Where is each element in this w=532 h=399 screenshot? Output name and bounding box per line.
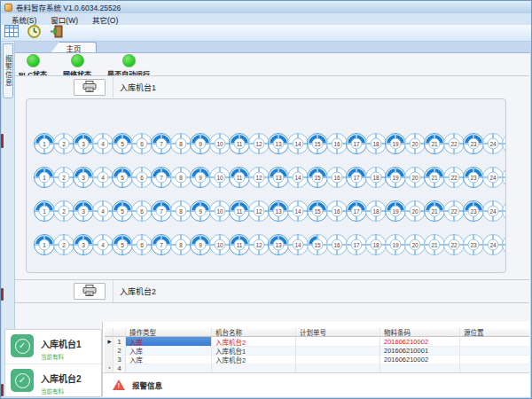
storage-slot: 21 bbox=[424, 200, 445, 222]
table-cell[interactable]: 入库 bbox=[126, 337, 212, 346]
slot-number: 23 bbox=[468, 206, 480, 217]
slot-number: 2 bbox=[59, 138, 70, 150]
table-cell[interactable] bbox=[460, 364, 529, 372]
slot-number: 6 bbox=[137, 172, 148, 184]
storage-slot: 23 bbox=[463, 234, 484, 255]
table-row[interactable]: ▶1入库入库机台2201606210002 bbox=[105, 337, 529, 346]
alarm-label: 报警信息 bbox=[132, 379, 162, 390]
slot-number: 18 bbox=[371, 239, 382, 251]
slot-number: 20 bbox=[410, 138, 421, 150]
title-bar: 卷料暂存系统 V1.0.6034.25526 bbox=[1, 1, 531, 13]
clock-button[interactable] bbox=[25, 26, 43, 41]
table-cell[interactable] bbox=[460, 346, 529, 355]
storage-slot: 22 bbox=[443, 234, 465, 255]
storage-slot: 6 bbox=[131, 167, 153, 188]
column-header: 物料条码 bbox=[380, 328, 460, 337]
storage-slot: 11 bbox=[229, 133, 250, 154]
slot-number: 9 bbox=[195, 239, 207, 251]
station-cards: ✓入库机台1当前有料✓入库机台2当前有料 bbox=[4, 329, 102, 397]
slot-number: 15 bbox=[312, 239, 324, 251]
slot-number: 3 bbox=[78, 239, 90, 251]
slot-number: 23 bbox=[468, 172, 480, 184]
table-cell[interactable] bbox=[296, 355, 380, 364]
table-cell[interactable] bbox=[296, 364, 380, 372]
slot-number: 21 bbox=[429, 172, 441, 184]
table-cell[interactable] bbox=[126, 364, 212, 372]
storage-slot: 19 bbox=[385, 234, 406, 255]
slot-number: 4 bbox=[98, 206, 109, 217]
table-cell[interactable]: 入库机台2 bbox=[212, 337, 296, 346]
table-cell[interactable]: 201606210001 bbox=[380, 346, 460, 355]
table-cell[interactable] bbox=[296, 346, 380, 355]
schedule-grid-button[interactable] bbox=[3, 26, 20, 41]
slot-number: 5 bbox=[117, 138, 129, 150]
divider bbox=[113, 280, 113, 302]
slot-number: 20 bbox=[410, 206, 421, 217]
storage-slot: 1 bbox=[34, 200, 55, 222]
slot-number: 12 bbox=[254, 138, 265, 150]
table-cell[interactable]: 入库机台2 bbox=[212, 355, 296, 364]
storage-slot: 18 bbox=[365, 133, 387, 154]
storage-slot: 3 bbox=[73, 167, 94, 188]
slot-number: 19 bbox=[390, 172, 402, 184]
menu-item[interactable]: 其它(O) bbox=[85, 14, 125, 25]
table-body: ▶1入库入库机台22016062100022入库入库机台120160621000… bbox=[105, 337, 529, 372]
storage-slot: 2 bbox=[53, 133, 74, 154]
table-cell[interactable]: 入库机台1 bbox=[212, 346, 296, 355]
slot-number: 8 bbox=[176, 172, 187, 184]
menu-item[interactable]: 系统(S) bbox=[4, 14, 43, 25]
slot-number: 4 bbox=[98, 239, 109, 251]
printer-icon bbox=[82, 80, 97, 96]
storage-slot: 8 bbox=[170, 167, 192, 188]
table-row[interactable]: 2入库入库机台1201606210001 bbox=[105, 346, 529, 355]
slot-number: 5 bbox=[117, 206, 129, 217]
slot-number: 13 bbox=[273, 172, 285, 184]
slot-spoke bbox=[503, 176, 506, 178]
slot-number: 19 bbox=[390, 239, 402, 251]
storage-slot: 4 bbox=[92, 167, 113, 188]
column-header: 机台名称 bbox=[212, 328, 296, 337]
table-cell[interactable] bbox=[296, 337, 380, 346]
machine1-print-button[interactable] bbox=[74, 79, 106, 96]
storage-slot: 22 bbox=[443, 167, 465, 188]
storage-slot: 18 bbox=[365, 200, 387, 222]
slot-number: 2 bbox=[59, 172, 70, 184]
storage-slot: 1 bbox=[34, 167, 55, 188]
clock-icon bbox=[27, 25, 41, 42]
storage-slot: 6 bbox=[131, 200, 153, 222]
storage-slot: 21 bbox=[424, 133, 445, 154]
table-cell[interactable] bbox=[212, 364, 296, 372]
slot-number: 14 bbox=[293, 138, 304, 150]
table-row[interactable]: 3入库入库机台2201606210002 bbox=[105, 355, 529, 364]
table-row[interactable]: *4 bbox=[105, 364, 529, 372]
table-cell[interactable]: 入库 bbox=[126, 346, 212, 355]
table-cell[interactable]: 201606210002 bbox=[380, 355, 460, 364]
exit-button[interactable] bbox=[47, 26, 65, 41]
slot-number: 3 bbox=[78, 206, 90, 217]
slot-number: 17 bbox=[351, 172, 363, 184]
slot-number: 1 bbox=[39, 239, 51, 251]
slot-number: 19 bbox=[390, 206, 402, 217]
table-cell[interactable]: 入库 bbox=[126, 355, 212, 364]
side-tab-alarm[interactable]: 报警信息 bbox=[3, 43, 13, 98]
storage-slot: 19 bbox=[385, 200, 406, 222]
storage-slot: 22 bbox=[443, 133, 465, 154]
storage-slot: 9 bbox=[190, 200, 211, 222]
slot-number: 15 bbox=[312, 172, 324, 184]
slot-number: 13 bbox=[273, 138, 285, 150]
storage-slot: 12 bbox=[248, 133, 270, 154]
table-cell[interactable] bbox=[380, 364, 460, 372]
machine2-print-button[interactable] bbox=[74, 283, 106, 300]
storage-slot: 13 bbox=[268, 200, 289, 222]
slot-number: 2 bbox=[59, 206, 70, 217]
storage-slot: 14 bbox=[287, 133, 309, 154]
storage-slot: 3 bbox=[73, 200, 94, 222]
storage-slot: 8 bbox=[170, 200, 192, 222]
menu-item[interactable]: 窗口(W) bbox=[43, 14, 85, 25]
table-cell[interactable]: 201606210002 bbox=[380, 337, 460, 346]
edge-mark bbox=[1, 288, 4, 301]
storage-slot: 19 bbox=[385, 167, 406, 188]
table-cell[interactable] bbox=[460, 337, 529, 346]
app-window: 卷料暂存系统 V1.0.6034.25526 系统(S)窗口(W)其它(O) 主… bbox=[0, 0, 532, 399]
table-cell[interactable] bbox=[460, 355, 529, 364]
